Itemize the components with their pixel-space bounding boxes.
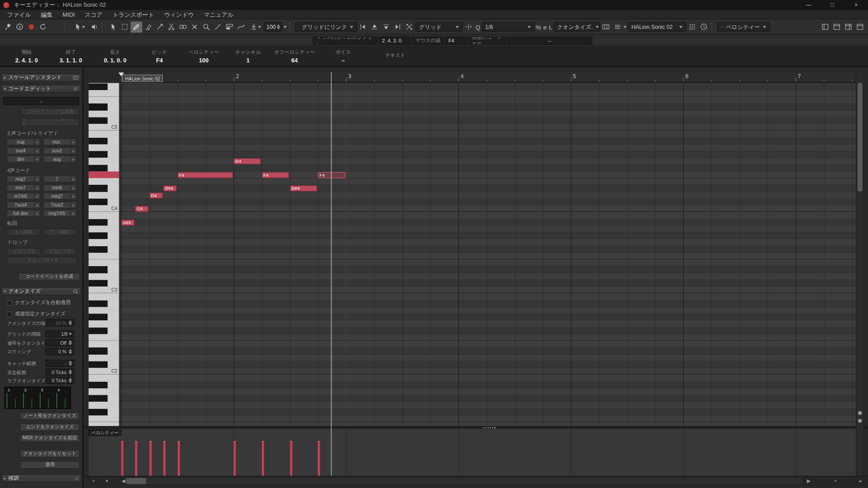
grid-row-G4[interactable] [121,158,856,164]
zoom-dot-icon[interactable] [858,411,862,415]
grid-row-A#4[interactable] [121,137,856,144]
info-off-velocity[interactable]: オフベロシティー64 [270,47,319,66]
grid-row-D4[interactable] [121,192,856,198]
stepper-icon[interactable] [69,347,72,356]
nudge-left-button[interactable] [357,21,369,32]
piano-key-G2[interactable] [89,320,119,327]
piano-key-A#3[interactable] [89,219,119,225]
window-layout-button[interactable] [843,21,854,32]
piano-key-D#3[interactable] [89,266,119,273]
triad-aug[interactable]: aug▸ [43,155,76,163]
piano-key-D#5[interactable] [89,103,119,110]
chord-arrow-icon[interactable]: ▸ [34,156,39,162]
grid-row-E3[interactable] [121,259,856,266]
record-in-editor-button[interactable] [25,21,37,32]
velocity-bar-A#3-0[interactable] [121,441,123,476]
move-down-button[interactable] [380,21,392,32]
vertical-scroll-thumb[interactable] [858,83,863,192]
vertical-scrollbar[interactable] [856,72,863,476]
velocity-bar-G4-5[interactable] [234,441,236,476]
lower-zone-toggle-button[interactable] [831,21,843,32]
piano-key-A#4[interactable] [89,137,119,144]
grid-row-F#1[interactable] [121,408,856,415]
piano-key-B2[interactable] [89,293,119,300]
grid-row-B1[interactable] [121,375,856,381]
chord-arrow-icon[interactable]: ▸ [34,202,39,207]
chord-arrow-icon[interactable]: ▸ [34,184,39,190]
corner-button[interactable]: ▸ [856,477,865,485]
chord-arrow-icon[interactable]: ▸ [71,210,76,216]
grid-row-A#3[interactable] [121,219,856,225]
horizontal-scrollbar[interactable]: + ▾ ◀ ▶ + ▸ [84,476,868,485]
chord-arrow-icon[interactable]: ▸ [71,184,76,190]
grid-row-B3[interactable] [121,212,856,219]
midi-note-D#4-7[interactable]: D#4 [290,186,317,192]
piano-key-E3[interactable] [89,259,119,266]
grid-row-G#4[interactable] [121,151,856,158]
length-quantize-combo[interactable]: クオンタイズ. [553,22,600,32]
grid-row-F3[interactable] [121,253,856,259]
swing-value[interactable]: 0 % [45,348,74,355]
piano-key-B1[interactable] [89,375,119,381]
piano-key-D#2[interactable] [89,347,119,354]
menu-score[interactable]: スコア [80,10,108,19]
grid-row-F#2[interactable] [121,327,856,334]
zoom-add-button[interactable]: + [89,477,98,485]
triad-maj[interactable]: maj▸ [7,138,40,145]
grid-row-C4[interactable] [121,205,856,212]
tuplet-value[interactable]: Off [45,339,74,347]
stepper-icon[interactable] [69,359,72,367]
chord4-m7/b5[interactable]: m7/b5▸ [7,192,40,200]
quantize-action-MIDI-クオンタイズを固定[interactable]: MIDI クオンタイズを固定 [20,434,80,442]
chord-arrow-icon[interactable]: ▸ [71,147,76,153]
grid-row-E1[interactable] [121,422,856,426]
comp-tool-button[interactable] [224,21,236,32]
triad-dim[interactable]: dim▸ [7,155,40,163]
inversion--[interactable]: 上へ移動 [7,229,40,236]
quantize-action-エンドをクオンタイズ[interactable]: エンドをクオンタイズ [20,423,80,431]
info-pitch[interactable]: ピッチF4 [137,47,182,66]
quantize-preset-combo[interactable]: 1/8 [481,22,535,32]
piano-key-C3[interactable]: C3 [89,286,119,293]
zoom-in-button[interactable]: + [831,477,840,485]
midi-note-D#4-3[interactable]: D#4 [163,186,176,192]
piano-key-F3[interactable] [89,253,119,259]
chord-arrow-icon[interactable]: ▸ [34,193,39,199]
section-quantize[interactable]: ▾ クオンタイズ [1,287,81,296]
grid-row-G#3[interactable] [121,232,856,239]
object-selection-combo[interactable] [70,21,89,32]
piano-key-C#5[interactable] [89,117,119,124]
create-chord-event-button[interactable]: コードイベントを作成 [18,273,80,281]
info-length[interactable]: 長さ0. 1. 0. 0 [93,47,137,66]
grid-row-C#5[interactable] [121,117,856,124]
move-up-button[interactable] [369,21,381,32]
line-tool-button[interactable] [212,21,224,32]
piano-key-G#2[interactable] [89,314,119,320]
chord4-min6[interactable]: min6▸ [43,184,76,191]
zoom-preset-button[interactable]: ▾ [103,477,112,485]
grid-row-E4[interactable] [121,178,856,185]
piano-key-F2[interactable] [89,334,119,341]
erase-tool-button[interactable] [142,21,154,32]
velocity-bar-D#4-7[interactable] [290,441,292,476]
horizontal-scroll-track[interactable] [130,478,802,484]
info-channel[interactable]: チャンネル1 [226,47,270,66]
menu-edit[interactable]: 編集 [36,10,58,19]
piano-key-C5[interactable]: C5 [89,124,119,131]
quantize-action-クオンタイズをリセット[interactable]: クオンタイズをリセット [20,450,80,458]
drop--2[interactable]: ドロップ2 [7,248,40,255]
retrospective-record-button[interactable] [37,21,49,32]
piano-key-C2[interactable]: C2 [89,368,119,375]
link-to-grid-combo[interactable]: グリッドにリンク [295,22,357,32]
scroll-right-button[interactable]: ▶ [804,477,813,485]
quantize-action-ノート長をクオンタイズ[interactable]: ノート長をクオンタイズ [20,412,80,420]
rough-value[interactable]: 0 Ticks [45,377,74,384]
section-chord-edit[interactable]: ▾ コードエディット [1,84,81,93]
draw-tool-button[interactable] [131,21,142,32]
velocity-bar-F4-8[interactable] [318,441,320,476]
safe-range-value[interactable]: 0 Ticks [45,369,74,376]
grid-row-C5[interactable] [121,124,856,131]
velocity-lane[interactable]: ベロシティー [89,429,856,476]
piano-key-G1[interactable] [89,402,119,408]
piano-key-F#3[interactable] [89,246,119,253]
